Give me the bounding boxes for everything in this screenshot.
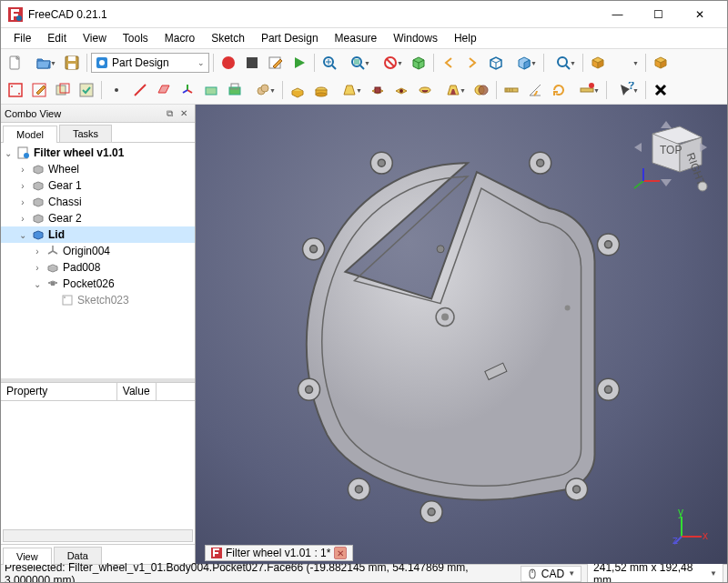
- expand-icon[interactable]: ⌄: [3, 148, 14, 158]
- fit-selection-button[interactable]: ▼: [342, 52, 373, 74]
- minimize-button[interactable]: —: [597, 1, 638, 28]
- 3d-viewport[interactable]: TOP RIGHT: [196, 105, 727, 564]
- sub-shape-binder-button[interactable]: [224, 79, 246, 101]
- macro-record-button[interactable]: [217, 52, 239, 74]
- new-sketch-button[interactable]: [5, 79, 26, 101]
- datum-point-button[interactable]: [106, 79, 127, 101]
- map-sketch-button[interactable]: [52, 79, 74, 101]
- model-tree[interactable]: ⌄ Filter wheel v1.01 › Wheel › Gear 1 › …: [1, 143, 195, 378]
- sync-view-button[interactable]: [587, 52, 609, 74]
- tab-tasks[interactable]: Tasks: [59, 125, 112, 142]
- isometric-view-button[interactable]: [485, 52, 507, 74]
- menu-tools[interactable]: Tools: [116, 30, 156, 46]
- subtractive-loft-button[interactable]: ▼: [438, 79, 469, 101]
- tree-item-pad[interactable]: › Pad008: [1, 259, 195, 276]
- validate-sketch-button[interactable]: [76, 79, 97, 101]
- menu-sketch[interactable]: Sketch: [204, 30, 252, 46]
- tab-model[interactable]: Model: [3, 126, 57, 143]
- boolean-button[interactable]: [470, 79, 492, 101]
- menu-view[interactable]: View: [76, 30, 114, 46]
- close-overflow-button[interactable]: [650, 79, 672, 101]
- menu-help[interactable]: Help: [447, 30, 484, 46]
- hole-button[interactable]: [390, 79, 412, 101]
- clone-button[interactable]: ▼: [248, 79, 278, 101]
- sync-view-drop-button[interactable]: ▼: [611, 52, 642, 74]
- shape-binder-button[interactable]: [200, 79, 222, 101]
- tree-item-pocket[interactable]: ⌄ Pocket026: [1, 276, 195, 292]
- body-icon: [31, 211, 46, 226]
- tree-root[interactable]: ⌄ Filter wheel v1.01: [1, 145, 195, 161]
- measure-angular-button[interactable]: [524, 79, 546, 101]
- macro-stop-button[interactable]: [241, 52, 263, 74]
- menu-measure[interactable]: Measure: [328, 30, 385, 46]
- menu-edit[interactable]: Edit: [40, 30, 74, 46]
- create-body-button[interactable]: [650, 52, 672, 74]
- detach-panel-icon[interactable]: ⧉: [162, 106, 177, 121]
- maximize-button[interactable]: ☐: [638, 1, 679, 28]
- expand-icon[interactable]: ›: [17, 197, 28, 207]
- svg-text:y: y: [678, 509, 683, 518]
- property-col[interactable]: Property: [1, 383, 117, 400]
- datum-cs-button[interactable]: [177, 79, 198, 101]
- expand-icon[interactable]: ›: [17, 181, 28, 191]
- macro-run-button[interactable]: [288, 52, 310, 74]
- expand-icon[interactable]: ›: [17, 165, 28, 175]
- close-document-icon[interactable]: ✕: [334, 547, 347, 559]
- measure-clear-button[interactable]: ▼: [571, 79, 602, 101]
- combo-view-title: Combo View: [5, 108, 162, 119]
- measure-refresh-button[interactable]: [548, 79, 570, 101]
- menu-file[interactable]: File: [6, 30, 38, 46]
- horizontal-scrollbar[interactable]: [3, 529, 193, 542]
- loft-button[interactable]: ▼: [334, 79, 365, 101]
- collapse-icon[interactable]: ⌄: [32, 279, 43, 289]
- open-file-button[interactable]: ▼: [28, 52, 59, 74]
- save-file-button[interactable]: [61, 52, 83, 74]
- datum-plane-button[interactable]: [153, 79, 175, 101]
- tree-item-wheel[interactable]: › Wheel: [1, 161, 195, 177]
- tree-item-lid[interactable]: ⌄ Lid: [1, 226, 195, 243]
- sketch-icon: [60, 293, 75, 307]
- pocket-button[interactable]: [367, 79, 389, 101]
- tree-item-origin[interactable]: › Origin004: [1, 243, 195, 259]
- new-file-button[interactable]: [5, 52, 26, 74]
- nav-back-button[interactable]: [438, 52, 460, 74]
- expand-icon[interactable]: ›: [17, 214, 28, 224]
- document-tab[interactable]: Filter wheel v1.01 : 1* ✕: [205, 545, 353, 561]
- fit-all-button[interactable]: [318, 52, 340, 74]
- toolbar-row-2: ▼ ▼ ▼ ▼ ?▼: [1, 76, 727, 104]
- pad-icon: [46, 260, 60, 275]
- tree-item-gear1[interactable]: › Gear 1: [1, 177, 195, 194]
- whats-this-button[interactable]: ?▼: [611, 79, 642, 101]
- chevron-down-icon: ▼: [568, 569, 575, 578]
- value-col[interactable]: Value: [117, 383, 157, 400]
- zoom-menu-button[interactable]: ▼: [548, 52, 579, 74]
- macro-edit-button[interactable]: [265, 52, 287, 74]
- front-view-button[interactable]: ▼: [509, 52, 540, 74]
- close-button[interactable]: ✕: [679, 1, 720, 28]
- edit-sketch-button[interactable]: [28, 79, 50, 101]
- draw-style-button[interactable]: ▼: [375, 52, 406, 74]
- expand-icon[interactable]: ›: [32, 263, 43, 273]
- bounding-box-button[interactable]: [408, 52, 430, 74]
- tab-view[interactable]: View: [3, 548, 52, 565]
- nav-style-field[interactable]: CAD ▼: [521, 566, 581, 582]
- measure-linear-button[interactable]: [500, 79, 522, 101]
- datum-line-button[interactable]: [129, 79, 151, 101]
- groove-button[interactable]: [414, 79, 436, 101]
- menu-part-design[interactable]: Part Design: [254, 30, 326, 46]
- property-panel: Property Value View Data: [1, 382, 195, 564]
- menu-windows[interactable]: Windows: [386, 30, 445, 46]
- svg-point-51: [378, 159, 385, 166]
- workbench-select[interactable]: Part Design ⌄: [91, 53, 209, 73]
- tree-item-sketch[interactable]: · Sketch023: [1, 292, 195, 308]
- tree-item-gear2[interactable]: › Gear 2: [1, 210, 195, 226]
- close-panel-icon[interactable]: ✕: [177, 106, 191, 121]
- revolution-button[interactable]: [310, 79, 332, 101]
- collapse-icon[interactable]: ⌄: [17, 230, 28, 240]
- navigation-cube[interactable]: TOP RIGHT: [616, 116, 716, 197]
- tree-item-chassi[interactable]: › Chassi: [1, 194, 195, 210]
- nav-forward-button[interactable]: [461, 52, 483, 74]
- expand-icon[interactable]: ›: [32, 246, 43, 256]
- pad-button[interactable]: [287, 79, 308, 101]
- menu-macro[interactable]: Macro: [157, 30, 202, 46]
